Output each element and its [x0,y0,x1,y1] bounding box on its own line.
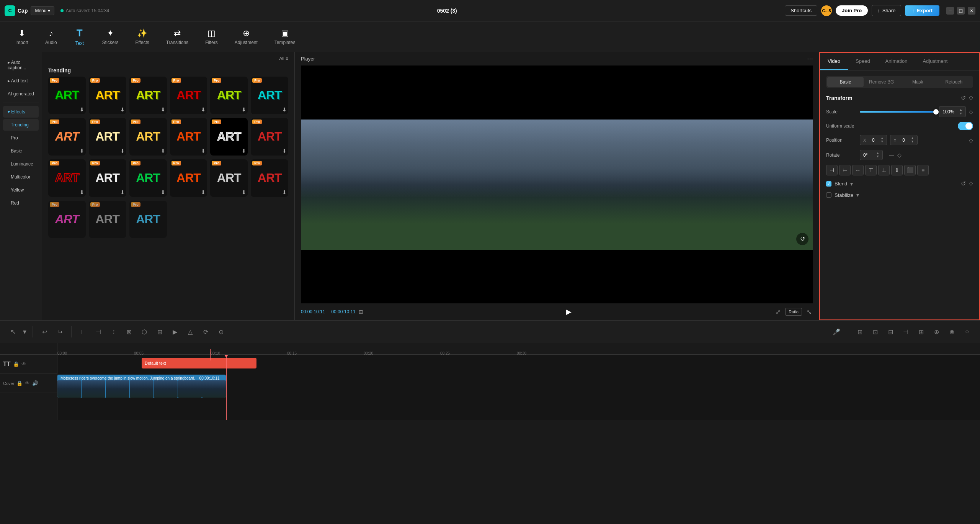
select-tool[interactable]: ↖ [6,325,20,339]
ai-generated-btn[interactable]: AI generated [3,88,39,100]
filter2-btn[interactable]: △ [183,325,197,339]
align-right[interactable]: ↔ [852,165,864,175]
effect-card[interactable]: Pro ART ⬇ [48,159,86,197]
play2-btn[interactable]: ▶ [168,325,182,339]
rotate2-btn[interactable]: ⟳ [199,325,212,339]
video-lock-icon[interactable]: 🔒 [16,380,23,386]
menu-button[interactable]: Menu ▾ [31,6,54,15]
effect-card[interactable]: Pro ART ⬇ [129,159,167,197]
grid-icon[interactable]: ⊞ [359,309,363,315]
sub-tab-remove-bg[interactable]: Remove BG [864,77,900,87]
effect-card[interactable]: Pro ART ⬇ [210,77,248,114]
flip-btn[interactable]: ⊙ [214,325,228,339]
scale-down-arrow[interactable]: ▼ [959,112,962,115]
text-visible-icon[interactable]: 👁 [21,361,26,367]
rotate-input[interactable]: 0° ▲ ▼ [860,150,883,160]
crop-btn[interactable]: ⊠ [122,325,136,339]
mic-btn[interactable]: 🎤 [830,325,843,339]
tool-r8[interactable]: ○ [960,325,974,339]
blend-arrow[interactable]: ▾ [850,181,853,187]
tool-r4[interactable]: ⊣ [899,325,913,339]
grid-btn[interactable]: ⊞ [153,325,167,339]
tool-r5[interactable]: ⊞ [914,325,928,339]
stabilize-checkbox[interactable] [826,192,831,198]
effect-card[interactable]: Pro ART ⬇ [48,77,86,114]
position-y-input[interactable]: Y 0 ▲ ▼ [890,135,917,145]
blend-undo[interactable]: ↺ [961,180,966,187]
maximize-button[interactable]: □ [957,7,965,15]
stabilize-arrow[interactable]: ▾ [856,192,859,198]
position-x-input[interactable]: X 0 ▲ ▼ [860,135,887,145]
x-up-arrow[interactable]: ▲ [880,137,884,140]
effect-card[interactable]: Pro ART ⬇ [251,77,288,114]
toolbar-filters[interactable]: ◫ Filters [198,25,225,48]
share-button[interactable]: ↑ Share [872,5,901,16]
sub-tab-mask[interactable]: Mask [900,77,936,87]
multicolor-btn[interactable]: Multicolor [3,171,39,183]
effect-card[interactable]: Pro ART [129,201,167,238]
tab-animation[interactable]: Animation [878,53,915,70]
toolbar-effects[interactable]: ✨ Effects [127,25,157,48]
all-filter-btn[interactable]: All ≡ [279,56,288,61]
align-center-v[interactable]: ⊥ [878,165,890,175]
tool-r3[interactable]: ⊟ [884,325,897,339]
tool-r7[interactable]: ⊗ [945,325,959,339]
y-up-arrow[interactable]: ▲ [911,137,914,140]
effect-card[interactable]: Pro ART ⬇ [251,159,288,197]
ratio-button[interactable]: Ratio [785,308,802,316]
blend-keyframe[interactable]: ◇ [969,180,973,187]
align-fill[interactable]: ⬛ [904,165,916,175]
select-dropdown[interactable]: ▾ [23,328,26,336]
effect-card[interactable]: Pro ART ⬇ [89,118,126,156]
y-down-arrow[interactable]: ▼ [911,140,914,143]
delete-btn[interactable]: ↕ [107,325,121,339]
rotate-minus[interactable]: — [889,152,894,158]
fullscreen-icon[interactable]: ⤢ [774,307,782,317]
tab-speed[interactable]: Speed [848,53,878,70]
effect-card[interactable]: Pro ART ⬇ [170,118,207,156]
effect-card[interactable]: Pro ART ⬇ [89,77,126,114]
toolbar-stickers[interactable]: ✦ Stickers [95,25,126,48]
x-down-arrow[interactable]: ▼ [880,140,884,143]
transform-keyframe[interactable]: ◇ [969,94,973,102]
toolbar-audio[interactable]: ♪ Audio [38,25,65,48]
effect-card[interactable]: Pro ART ⬇ [129,77,167,114]
pro-btn[interactable]: Pro [3,132,39,144]
rotate-down-arrow[interactable]: ▼ [876,155,879,158]
text-track-item[interactable]: Default text [142,358,256,368]
effect-card[interactable]: Pro ART ⬇ [48,118,86,156]
scale-slider[interactable] [860,111,936,113]
align-top[interactable]: ⊤ [865,165,877,175]
refresh-icon[interactable]: ↺ [796,233,808,245]
toolbar-transitions[interactable]: ⇄ Transitions [158,25,196,48]
sub-tab-basic[interactable]: Basic [827,77,864,87]
tool-r6[interactable]: ⊕ [929,325,943,339]
player-menu-icon[interactable]: ⋯ [807,55,813,62]
redo-btn[interactable]: ↪ [53,325,67,339]
play-button[interactable]: ▶ [564,306,574,317]
trending-btn[interactable]: Trending [3,119,39,131]
red-btn[interactable]: Red [3,197,39,209]
effect-card[interactable]: Pro ART ⬇ [210,118,248,156]
uniform-scale-toggle[interactable] [958,122,973,130]
yellow-btn[interactable]: Yellow [3,184,39,196]
shortcuts-button[interactable]: Shortcuts [785,5,817,16]
align-left[interactable]: ⊣ [826,165,838,175]
effect-card[interactable]: Pro ART [48,201,86,238]
export-button[interactable]: ↑ Export [905,5,939,16]
tool-r1[interactable]: ⊞ [853,325,867,339]
tab-adjustment[interactable]: Adjustment [915,53,955,70]
effect-card[interactable]: Pro ART ⬇ [89,159,126,197]
effect-card[interactable]: Pro ART ⬇ [251,118,288,156]
scale-keyframe[interactable]: ◇ [969,109,973,115]
undo-btn[interactable]: ↩ [38,325,51,339]
luminance-btn[interactable]: Luminance [3,158,39,170]
position-keyframe[interactable]: ◇ [969,137,973,143]
blend-checkbox[interactable]: ✓ [826,181,831,187]
scale-thumb[interactable] [933,109,939,115]
toolbar-text[interactable]: T Text [66,24,93,49]
rotate-up-arrow[interactable]: ▲ [876,152,879,155]
sub-tab-retouch[interactable]: Retouch [936,77,972,87]
split2-btn[interactable]: ⊣ [91,325,105,339]
scale-up-arrow[interactable]: ▲ [959,108,962,111]
